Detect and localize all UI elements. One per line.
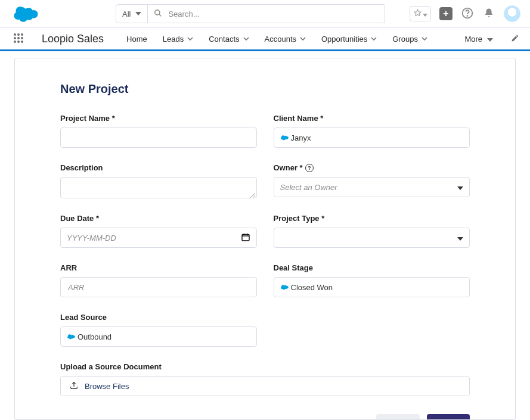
svg-point-5 xyxy=(14,33,16,36)
chevron-down-icon xyxy=(300,37,306,41)
global-header: All + xyxy=(0,0,530,27)
nav-tab-leads[interactable]: Leads xyxy=(163,35,193,43)
app-name: Loopio Sales xyxy=(42,33,104,45)
global-search[interactable] xyxy=(148,4,385,23)
nav-tab-label: Accounts xyxy=(265,35,296,43)
project-type-label: Project Type * xyxy=(274,214,470,223)
svg-point-12 xyxy=(17,41,20,43)
deal-stage-field-group: Deal Stage Closed Won xyxy=(274,263,470,297)
favorites-button[interactable] xyxy=(410,6,431,21)
page-title: New Project xyxy=(60,82,470,96)
cancel-button[interactable]: Cancel xyxy=(376,414,419,420)
search-icon xyxy=(154,9,162,19)
chevron-down-icon xyxy=(135,12,141,15)
deal-stage-input[interactable]: Closed Won xyxy=(274,277,470,297)
create-button[interactable]: Create xyxy=(427,414,470,420)
nav-tab-label: Opportunities xyxy=(321,35,367,43)
arr-input[interactable] xyxy=(60,277,257,297)
chevron-down-icon xyxy=(423,10,427,18)
description-textarea[interactable] xyxy=(60,177,257,198)
client-name-input[interactable]: Janyx xyxy=(274,127,470,148)
due-date-label: Due Date * xyxy=(60,214,257,223)
calendar-icon xyxy=(241,232,250,244)
chevron-down-icon xyxy=(187,37,193,41)
chevron-down-icon xyxy=(457,183,463,192)
owner-label: Owner * ? xyxy=(274,163,470,172)
description-label: Description xyxy=(60,163,257,172)
help-icon[interactable]: ? xyxy=(305,164,314,172)
arr-field-group: ARR xyxy=(60,263,257,297)
arr-input-inner[interactable] xyxy=(67,282,250,293)
nav-tab-accounts[interactable]: Accounts xyxy=(265,35,306,43)
chevron-down-icon xyxy=(243,37,249,41)
due-date-input[interactable]: YYYY-MM-DD xyxy=(60,228,257,248)
nav-tab-home[interactable]: Home xyxy=(126,35,147,43)
chevron-down-icon xyxy=(421,37,427,41)
browse-files-label: Browse Files xyxy=(85,382,129,391)
nav-more-tab[interactable]: More xyxy=(464,35,493,43)
svg-rect-16 xyxy=(242,234,249,241)
browse-files-button[interactable]: Browse Files xyxy=(60,376,470,396)
question-icon xyxy=(461,7,473,21)
deal-stage-value: Closed Won xyxy=(291,283,333,292)
upload-icon xyxy=(69,381,79,392)
due-date-field-group: Due Date * YYYY-MM-DD xyxy=(60,214,257,248)
owner-select[interactable]: Select an Owner xyxy=(274,177,470,197)
lead-source-input[interactable]: Outbound xyxy=(60,326,257,347)
client-name-label: Client Name * xyxy=(274,114,470,123)
chevron-down-icon xyxy=(457,234,463,242)
nav-tab-opportunities[interactable]: Opportunities xyxy=(321,35,377,43)
nav-tab-contacts[interactable]: Contacts xyxy=(209,35,249,43)
search-scope-select[interactable]: All xyxy=(116,4,148,23)
nav-tab-label: Home xyxy=(126,35,147,43)
project-name-input-inner[interactable] xyxy=(67,133,250,143)
svg-point-0 xyxy=(155,10,160,14)
project-name-label: Project Name * xyxy=(60,114,257,123)
search-input[interactable] xyxy=(167,9,379,19)
arr-label: ARR xyxy=(60,263,257,272)
resize-handle-icon xyxy=(249,191,255,197)
svg-point-6 xyxy=(17,33,20,36)
star-icon xyxy=(414,9,421,18)
edit-nav-button[interactable] xyxy=(511,34,519,44)
user-avatar[interactable] xyxy=(504,5,520,22)
owner-placeholder: Select an Owner xyxy=(280,183,337,192)
client-name-field-group: Client Name * Janyx xyxy=(274,114,470,148)
chevron-down-icon xyxy=(487,35,493,43)
bell-icon xyxy=(483,8,494,20)
project-type-select[interactable] xyxy=(274,228,470,248)
project-name-input[interactable] xyxy=(60,127,257,148)
notifications-button[interactable] xyxy=(482,7,495,20)
chevron-down-icon xyxy=(371,37,377,41)
salesforce-badge-icon xyxy=(280,284,289,290)
svg-line-15 xyxy=(253,195,255,198)
due-date-placeholder: YYYY-MM-DD xyxy=(67,234,116,242)
lead-source-label: Lead Source xyxy=(60,313,257,322)
search-scope-label: All xyxy=(122,10,131,18)
plus-icon: + xyxy=(443,8,448,19)
svg-point-8 xyxy=(14,37,16,39)
project-type-field-group: Project Type * xyxy=(274,214,470,248)
svg-marker-2 xyxy=(414,10,421,15)
nav-tab-label: Leads xyxy=(163,35,184,43)
app-nav-bar: Loopio Sales HomeLeadsContactsAccountsOp… xyxy=(0,27,530,51)
new-project-card: New Project Project Name * Client Name *… xyxy=(14,58,516,420)
svg-line-14 xyxy=(250,193,255,198)
nav-tab-groups[interactable]: Groups xyxy=(392,35,427,43)
project-name-field-group: Project Name * xyxy=(60,114,257,148)
owner-field-group: Owner * ? Select an Owner xyxy=(274,163,470,198)
client-name-value: Janyx xyxy=(291,133,311,142)
svg-point-9 xyxy=(17,37,20,39)
svg-point-4 xyxy=(467,15,468,16)
app-launcher-button[interactable] xyxy=(12,32,25,45)
nav-more-label: More xyxy=(464,35,482,43)
help-button[interactable] xyxy=(461,7,474,20)
nav-tab-label: Groups xyxy=(392,35,418,43)
description-field-group: Description xyxy=(60,163,257,198)
svg-point-10 xyxy=(21,37,23,39)
lead-source-value: Outbound xyxy=(78,332,111,341)
global-create-button[interactable]: + xyxy=(439,7,452,20)
deal-stage-label: Deal Stage xyxy=(274,263,470,272)
svg-line-1 xyxy=(159,14,162,16)
salesforce-badge-icon xyxy=(67,334,75,340)
